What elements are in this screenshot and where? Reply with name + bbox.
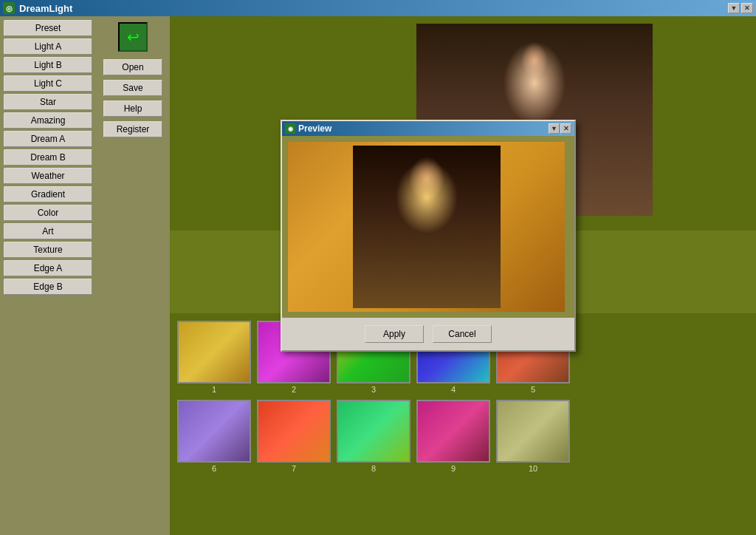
thumb-image-7 [257, 400, 331, 463]
thumbnail-10[interactable]: 10 [496, 400, 570, 473]
preview-close-button[interactable]: ✕ [560, 123, 571, 134]
sidebar-item-light-a[interactable]: Light A [4, 38, 92, 55]
content-area: 1 2 3 4 5 [170, 16, 756, 535]
thumb-label-4: 4 [451, 385, 456, 394]
preview-image [288, 142, 565, 312]
save-button[interactable]: Save [103, 80, 162, 96]
thumb-label-7: 7 [292, 464, 296, 473]
sidebar-item-preset[interactable]: Preset [4, 20, 92, 36]
preview-minimize-button[interactable]: ▼ [549, 123, 560, 134]
preview-content [282, 136, 574, 318]
thumbnail-9[interactable]: 9 [416, 400, 490, 473]
sidebar-item-art[interactable]: Art [4, 223, 92, 239]
thumb-label-1: 1 [212, 385, 216, 394]
thumb-image-8 [337, 400, 410, 463]
preview-dialog: ◉ Preview ▼ ✕ Apply Cancel [281, 120, 576, 352]
sidebar-item-weather[interactable]: Weather [4, 168, 92, 184]
app-title: DreamLight [19, 3, 728, 14]
sidebar-item-light-c[interactable]: Light C [4, 75, 92, 92]
preview-dialog-icon: ◉ [285, 123, 295, 134]
thumb-label-9: 9 [451, 464, 456, 473]
minimize-button[interactable]: ▼ [728, 3, 740, 13]
preview-titlebar: ◉ Preview ▼ ✕ [282, 121, 574, 136]
logo-icon: ↩ [118, 22, 148, 52]
title-bar: ◎ DreamLight ▼ ✕ [0, 0, 756, 16]
thumbnail-7[interactable]: 7 [257, 400, 331, 473]
action-panel: ↩ Open Save Help Register [96, 16, 170, 535]
close-button[interactable]: ✕ [741, 3, 753, 13]
cancel-button[interactable]: Cancel [433, 325, 492, 343]
sidebar-item-star[interactable]: Star [4, 94, 92, 110]
sidebar-item-edge-a[interactable]: Edge A [4, 260, 92, 276]
thumbnail-6[interactable]: 6 [177, 400, 251, 473]
sidebar-item-color[interactable]: Color [4, 205, 92, 221]
window-controls: ▼ ✕ [728, 3, 753, 13]
thumb-image-10 [496, 400, 570, 463]
thumb-label-3: 3 [371, 385, 376, 394]
thumb-image-6 [177, 400, 251, 463]
thumb-label-6: 6 [212, 464, 216, 473]
preview-figure [353, 146, 501, 308]
app-icon: ◎ [3, 2, 15, 14]
thumb-label-5: 5 [531, 385, 535, 394]
thumb-image-1 [177, 321, 251, 384]
thumb-label-8: 8 [371, 464, 376, 473]
sidebar-item-edge-b[interactable]: Edge B [4, 279, 92, 295]
apply-button[interactable]: Apply [365, 325, 424, 343]
preview-window-controls: ▼ ✕ [549, 123, 571, 134]
open-button[interactable]: Open [103, 59, 162, 75]
sidebar-item-dream-b[interactable]: Dream B [4, 149, 92, 166]
sidebar-item-light-b[interactable]: Light B [4, 57, 92, 73]
thumbnail-8[interactable]: 8 [337, 400, 410, 473]
register-button[interactable]: Register [103, 121, 162, 137]
preview-dialog-title: Preview [298, 123, 549, 134]
thumb-image-9 [416, 400, 490, 463]
thumb-label-10: 10 [529, 464, 537, 473]
thumb-fig-1 [179, 322, 250, 382]
preview-buttons: Apply Cancel [282, 318, 574, 350]
sidebar: Preset Light A Light B Light C Star Amaz… [0, 16, 96, 535]
sidebar-item-amazing[interactable]: Amazing [4, 112, 92, 129]
sidebar-item-dream-a[interactable]: Dream A [4, 131, 92, 147]
thumbnail-row-2: 6 7 8 9 10 [173, 400, 752, 473]
thumbnail-1[interactable]: 1 [177, 321, 251, 394]
thumb-label-2: 2 [292, 385, 296, 394]
sidebar-item-gradient[interactable]: Gradient [4, 186, 92, 202]
main-container: Preset Light A Light B Light C Star Amaz… [0, 16, 756, 535]
sidebar-item-texture[interactable]: Texture [4, 242, 92, 258]
help-button[interactable]: Help [103, 100, 162, 117]
